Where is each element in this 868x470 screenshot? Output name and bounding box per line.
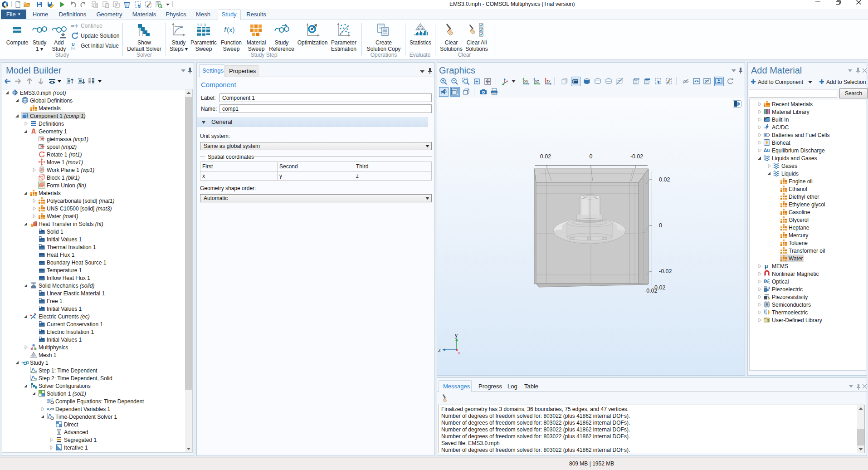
svg-text:yz: yz xyxy=(535,79,539,83)
svg-text:x: x xyxy=(458,351,460,355)
svg-text:+: + xyxy=(30,313,32,318)
svg-text:0.02: 0.02 xyxy=(540,153,551,160)
svg-text:U: U xyxy=(72,42,75,47)
svg-text:y: y xyxy=(455,332,458,338)
svg-text:-0.02: -0.02 xyxy=(659,268,672,274)
svg-text:0.02: 0.02 xyxy=(659,176,670,183)
svg-text:Δu: Δu xyxy=(764,148,770,153)
svg-text:0: 0 xyxy=(659,222,662,229)
svg-text:t=o: t=o xyxy=(71,47,75,50)
svg-text:μ: μ xyxy=(765,263,768,269)
svg-text:0: 0 xyxy=(590,153,593,160)
svg-text:xy: xy xyxy=(524,79,528,83)
svg-text:(x): (x) xyxy=(227,26,235,34)
svg-text:-0.02: -0.02 xyxy=(644,288,658,294)
svg-text:-0.02: -0.02 xyxy=(630,153,644,160)
svg-text:u,v,w: u,v,w xyxy=(47,407,54,411)
svg-text:at: at xyxy=(47,401,50,404)
svg-text:zx: zx xyxy=(546,79,551,83)
svg-text:1 2 3: 1 2 3 xyxy=(197,23,206,27)
svg-text:z: z xyxy=(438,347,441,353)
